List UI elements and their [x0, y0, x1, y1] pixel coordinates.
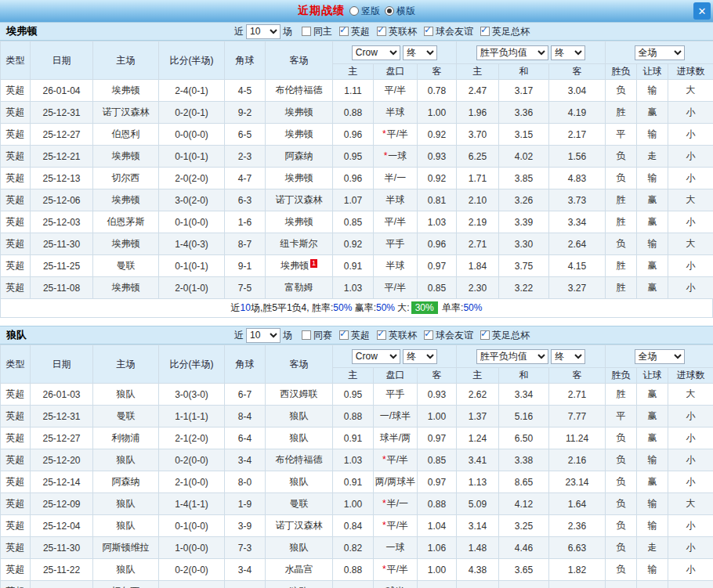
result-handicap: 赢	[637, 384, 668, 406]
match-row: 英超25-12-21埃弗顿0-1(0-1)2-3阿森纳0.95*一球0.936.…	[1, 146, 713, 168]
away-team: 埃弗顿1	[266, 255, 333, 277]
avg-odds-select[interactable]: 胜平负均值	[476, 45, 548, 60]
handicap-odds-away: 1.06	[418, 537, 457, 559]
result-handicap: 走	[637, 146, 668, 168]
match-type: 英超	[1, 255, 31, 277]
filter-checkbox[interactable]	[480, 27, 490, 36]
avg-odds-home: 2.71	[457, 233, 499, 255]
filter-checkbox[interactable]	[480, 330, 490, 340]
home-team: 曼联	[93, 255, 159, 277]
summary-row: 近10场,胜5平1负4, 胜率:50% 赢率:50% 大:30% 单率:50%	[0, 299, 713, 318]
avg-time-select[interactable]: 终	[551, 45, 585, 60]
corners: 6-5	[225, 124, 266, 146]
avg-odds-home: 2.47	[457, 80, 499, 102]
recent-count-select[interactable]: 10	[246, 328, 280, 343]
handicap-odds-away: 1.00	[418, 559, 457, 581]
handicap-odds-home: 0.92	[333, 233, 374, 255]
match-date: 25-12-14	[31, 471, 93, 493]
handicap-odds-away: 0.97	[418, 255, 457, 277]
odds-time-select[interactable]: 终	[403, 45, 437, 60]
away-team: 埃弗顿	[266, 124, 333, 146]
corners: 8-7	[225, 233, 266, 255]
avg-odds-home: 3.41	[457, 449, 499, 471]
bookmaker-select[interactable]: Crow	[352, 45, 400, 60]
result-goals: 小	[668, 146, 713, 168]
avg-odds-draw: 3.30	[499, 233, 549, 255]
result-wdl: 胜	[606, 102, 637, 124]
horizontal-layout-option[interactable]: 横版	[385, 5, 415, 18]
result-wdl: 胜	[606, 384, 637, 406]
avg-odds-away: 3.27	[549, 277, 606, 299]
filter-checkbox[interactable]	[302, 330, 311, 340]
filter-checkbox[interactable]	[302, 27, 311, 36]
avg-odds-away: 1.64	[549, 493, 606, 515]
radio-icon[interactable]	[349, 6, 359, 16]
recent-results-window: 近期战绩 竖版 横版 ✕ 埃弗顿 近 10 场 同主英超英联杯球会友谊英足	[0, 0, 713, 588]
filter-label: 球会友谊	[436, 26, 473, 37]
away-team: 阿森纳	[266, 146, 333, 168]
avg-odds-home: 1.71	[457, 168, 499, 189]
match-row: 英超25-12-13切尔西2-0(2-0)4-7埃弗顿0.96半/一0.921.…	[1, 168, 713, 189]
filter-checkbox[interactable]	[377, 330, 386, 340]
match-score: 1-4(0-3)	[159, 233, 225, 255]
result-goals: 小	[668, 255, 713, 277]
match-date: 25-12-03	[31, 211, 93, 233]
home-team: 曼联	[93, 406, 159, 427]
handicap-odds-home: 0.91	[333, 471, 374, 493]
filter-checkbox[interactable]	[339, 330, 349, 340]
result-handicap: 赢	[637, 471, 668, 493]
odds-time-select[interactable]: 终	[403, 349, 437, 364]
avg-odds-draw: 3.65	[499, 559, 549, 581]
avg-odds-away: 3.04	[549, 80, 606, 102]
summary-segment: 50%	[333, 302, 352, 313]
result-wdl: 负	[606, 427, 637, 449]
corners: 3-4	[225, 449, 266, 471]
col-result-wdl: 胜负	[606, 64, 637, 80]
section-header: 狼队 近 10 场 同赛英超英联杯球会友谊英足总杯	[0, 326, 713, 345]
result-handicap: 走	[637, 537, 668, 559]
match-score: 1-4(1-1)	[159, 493, 225, 515]
match-type: 英超	[1, 581, 31, 588]
match-row: 英超25-11-30阿斯顿维拉1-0(0-0)7-3狼队0.82一球1.061.…	[1, 537, 713, 559]
vertical-layout-option[interactable]: 竖版	[349, 5, 380, 18]
avg-odds-select[interactable]: 胜平负均值	[476, 349, 548, 364]
handicap-line: 球半/两	[374, 427, 418, 449]
handicap-odds-home: 0.95	[333, 146, 374, 168]
summary-segment: 10	[241, 302, 251, 313]
bookmaker-select[interactable]: Crow	[352, 349, 400, 364]
home-team: 狼队	[93, 515, 159, 537]
corners: 6-4	[225, 427, 266, 449]
scope-select[interactable]: 全场	[635, 45, 685, 60]
scope-group: 全场	[606, 345, 713, 368]
avg-odds-home: 1.37	[457, 406, 499, 427]
handicap-line: 球半	[374, 581, 418, 588]
filter-label: 英足总杯	[492, 330, 530, 341]
filter-checkbox[interactable]	[377, 27, 386, 36]
handicap-odds-home: 1.00	[333, 493, 374, 515]
handicap-line: 半球	[374, 102, 418, 124]
match-row: 英超25-12-09狼队1-4(1-1)1-9曼联1.00*半/一0.885.0…	[1, 493, 713, 515]
handicap-odds-away: 0.92	[418, 168, 457, 189]
filter-checkbox[interactable]	[424, 27, 433, 36]
result-goals: 小	[668, 102, 713, 124]
radio-checked-icon[interactable]	[385, 6, 394, 16]
avg-odds-away: 2.17	[549, 124, 606, 146]
filter-checkbox[interactable]	[339, 27, 349, 36]
recent-count-select[interactable]: 10	[246, 24, 280, 39]
handicap-odds-away: 1.00	[418, 102, 457, 124]
col-handicap: 盘口	[374, 64, 418, 80]
result-handicap: 赢	[637, 406, 668, 427]
handicap-line: 两/两球半	[374, 471, 418, 493]
filter-checkbox[interactable]	[424, 330, 433, 340]
col-avg-draw: 和	[499, 64, 549, 80]
scope-select[interactable]: 全场	[635, 349, 685, 364]
handicap-line: 平/半	[374, 211, 418, 233]
avg-odds-draw: 3.34	[499, 384, 549, 406]
vertical-layout-label: 竖版	[361, 5, 380, 18]
close-button[interactable]: ✕	[693, 2, 711, 20]
avg-odds-home: 1.13	[457, 471, 499, 493]
result-wdl: 负	[606, 146, 637, 168]
match-score: 0-2(0-1)	[159, 102, 225, 124]
avg-time-select[interactable]: 终	[551, 349, 585, 364]
col-avg-away: 客	[549, 64, 606, 80]
